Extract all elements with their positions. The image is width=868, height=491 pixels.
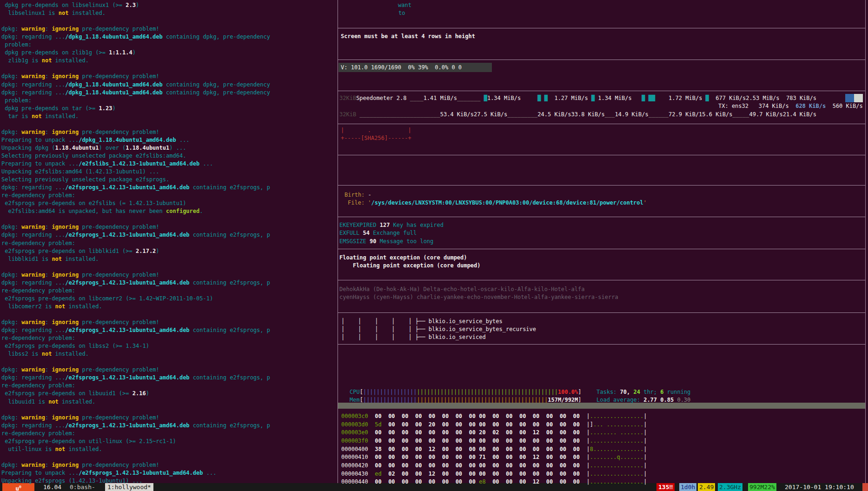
terminal-line: libblkid1 is not installed. bbox=[1, 255, 99, 263]
terminal-line: re-dependency problem: bbox=[1, 430, 75, 438]
terminal-line: CPU[||||||||||||||||||||||||||||||||||||… bbox=[350, 388, 582, 396]
terminal-line: dpkg: warning: ignoring pre-dependency p… bbox=[1, 25, 159, 33]
terminal-line: re-dependency problem: bbox=[1, 334, 75, 342]
terminal-line: dpkg: warning: ignoring pre-dependency p… bbox=[1, 461, 159, 469]
terminal-line: dpkg: warning: ignoring pre-dependency p… bbox=[1, 128, 159, 136]
terminal-line: File: '/sys/devices/LNXSYSTM:00/LNXSYBUS… bbox=[348, 199, 647, 207]
terminal-line: TX: ens32 374 KiB/s 628 KiB/s 560 KiB/s bbox=[718, 102, 863, 110]
terminal-line: Unpacking e2fslibs:amd64 (1.42.13-1ubunt… bbox=[1, 168, 159, 176]
pane-border-horizontal[interactable] bbox=[338, 185, 865, 186]
terminal-line: cyenHayss (cyen-Hayss) charlie-yankee-ec… bbox=[339, 293, 618, 301]
terminal-line: +-----[SHA256]------+ bbox=[341, 134, 411, 142]
pane-border-horizontal[interactable] bbox=[338, 28, 865, 28]
pane-border-horizontal[interactable] bbox=[338, 91, 865, 91]
uptime-badge: 1d0h bbox=[679, 483, 696, 491]
terminal-line: Unpacking e2fsprogs (1.42.13-1ubuntu1) .… bbox=[1, 477, 142, 485]
terminal-line: zlib1g is not installed. bbox=[1, 57, 89, 65]
terminal-line: EKEYEXPIRED 127 Key has expired bbox=[339, 221, 444, 229]
terminal-line: libselinux1 is not installed. bbox=[1, 9, 106, 17]
pane-border-horizontal[interactable] bbox=[338, 280, 865, 280]
terminal-line: re-dependency problem: bbox=[1, 287, 75, 295]
terminal-line: dpkg: regarding .../e2fsprogs_1.42.13-1u… bbox=[1, 231, 270, 239]
terminal-line: │ │ │ │ │ ├── blkio.io_service_bytes bbox=[341, 318, 503, 325]
terminal-line: dpkg: regarding .../e2fsprogs_1.42.13-1u… bbox=[1, 326, 270, 334]
terminal-line: e2fsprogs pre-depends on libss2 (>= 1.34… bbox=[1, 342, 149, 350]
tx-graph-block-light bbox=[854, 94, 863, 102]
terminal-line: 32KiBSpeedometer 2.8 ____1.41 MiB/s_____… bbox=[339, 94, 816, 102]
clock-label: 2017-10-01 19:10:10 bbox=[785, 483, 854, 491]
terminal-screen: u® 16.04 0:bash- 1:hollywood* 135‼ 1d0h … bbox=[0, 0, 868, 491]
terminal-line: re-dependency problem: bbox=[1, 239, 75, 247]
terminal-line: dpkg: regarding .../dpkg_1.18.4ubuntu1_a… bbox=[1, 33, 270, 41]
cpu-frequency-badge: 2.3GHz bbox=[718, 483, 742, 491]
terminal-line: tar is not installed. bbox=[1, 113, 79, 120]
terminal-line: 32KiB ________________________53.4 KiB/s… bbox=[339, 111, 816, 119]
load-average-badge: 2.49 bbox=[698, 483, 715, 491]
terminal-line: 00000400 38 00 00 00 12 00 00 00 00 00 0… bbox=[341, 445, 647, 453]
terminal-line: EXFULL 54 Exchange full bbox=[339, 229, 417, 237]
terminal-line: e2fsprogs pre-depends on libblkid1 (>= 2… bbox=[1, 247, 159, 255]
pane-border-vertical[interactable] bbox=[338, 0, 338, 483]
terminal-line: dpkg: regarding .../e2fsprogs_1.42.13-1u… bbox=[1, 184, 270, 192]
pane-border-horizontal[interactable] bbox=[338, 155, 865, 155]
terminal-line: dpkg: regarding .../e2fsprogs_1.42.13-1u… bbox=[1, 279, 270, 287]
terminal-line: 00000420 00 00 00 00 00 00 00 00 00 00 0… bbox=[341, 462, 647, 470]
terminal-line: 00000440 00 00 00 00 00 00 00 00 e8 00 0… bbox=[341, 478, 647, 486]
terminal-line: dpkg: regarding .../e2fsprogs_1.42.13-1u… bbox=[1, 422, 270, 430]
terminal-line: Load average: 2.77 0.85 0.30 bbox=[596, 396, 690, 404]
terminal-line: e2fsprogs pre-depends on libuuid1 (>= 2.… bbox=[1, 390, 149, 398]
terminal-line: 00000430 ed 02 00 00 12 00 00 00 00 00 0… bbox=[341, 470, 647, 478]
terminal-line: Unpacking dpkg (1.18.4ubuntu1) over (1.1… bbox=[1, 144, 186, 152]
terminal-line: Preparing to unpack .../e2fslibs_1.42.13… bbox=[1, 160, 213, 168]
terminal-line: e2fsprogs pre-depends on util-linux (>= … bbox=[1, 438, 176, 445]
pane-border-horizontal[interactable] bbox=[338, 60, 865, 60]
terminal-line: EMSGSIZE 90 Message too long bbox=[339, 238, 433, 246]
terminal-line: Birth: - bbox=[345, 191, 371, 199]
terminal-line: dpkg: warning: ignoring pre-dependency p… bbox=[1, 73, 159, 80]
terminal-line: e2fsprogs pre-depends on libcomerr2 (>= … bbox=[1, 295, 213, 303]
terminal-line: dpkg pre-depends on tar (>= 1.23) bbox=[1, 105, 116, 113]
pane-border-horizontal[interactable] bbox=[338, 344, 865, 345]
updates-available-badge: 135‼ bbox=[656, 483, 675, 491]
terminal-line: dpkg: warning: ignoring pre-dependency p… bbox=[1, 271, 159, 279]
terminal-line: 000003f0 00 00 00 00 00 00 00 00 00 00 0… bbox=[341, 437, 647, 445]
terminal-line: Floating point exception (core dumped) bbox=[353, 262, 481, 270]
terminal-line: │ │ │ │ │ ├── blkio.io_serviced bbox=[341, 333, 486, 341]
memory-usage-badge: 992M22% bbox=[748, 483, 776, 491]
terminal-line: dpkg: regarding .../dpkg_1.18.4ubuntu1_a… bbox=[1, 89, 270, 97]
tx-graph-block-blue bbox=[845, 94, 854, 102]
pane-border-horizontal[interactable] bbox=[338, 124, 865, 124]
terminal-line: Preparing to unpack .../dpkg_1.18.4ubunt… bbox=[1, 136, 190, 144]
pane-border-horizontal[interactable] bbox=[338, 249, 865, 249]
terminal-line: 000003c0 00 00 00 00 00 00 00 00 00 00 0… bbox=[341, 412, 647, 420]
terminal-line: re-dependency problem: bbox=[1, 192, 75, 199]
terminal-line: Floating point exception (core dumped) bbox=[339, 254, 467, 262]
pane-border-horizontal[interactable] bbox=[338, 217, 865, 217]
terminal-line: dpkg: regarding .../dpkg_1.18.4ubuntu1_a… bbox=[1, 81, 270, 89]
terminal-line: problem: bbox=[1, 41, 32, 49]
terminal-line: 000003e0 00 00 00 00 00 00 00 00 20 02 0… bbox=[341, 429, 647, 437]
terminal-right-border bbox=[865, 0, 866, 483]
terminal-line: dpkg pre-depends on libselinux1 (>= 2.3) bbox=[1, 1, 139, 9]
terminal-line: dpkg: warning: ignoring pre-dependency p… bbox=[1, 318, 159, 326]
terminal-line: DehokAkHa (De-hok-Ak-Ha) Delta-echo-hote… bbox=[339, 285, 584, 293]
terminal-line: libss2 is not installed. bbox=[1, 350, 89, 358]
terminal-line: dpkg: warning: ignoring pre-dependency p… bbox=[1, 366, 159, 374]
terminal-line: to bbox=[398, 9, 405, 17]
terminal-line: e2fsprogs pre-depends on e2fslibs (= 1.4… bbox=[1, 199, 186, 207]
terminal-line: dpkg: warning: ignoring pre-dependency p… bbox=[1, 223, 159, 231]
terminal-line: want bbox=[398, 1, 411, 9]
terminal-line: V: 101.0 1690/1690 0% 39% 0.0% 0 0 bbox=[341, 64, 462, 72]
terminal-line: Selecting previously unselected package … bbox=[1, 152, 186, 160]
terminal-line: Mem[||||||||||||||||||||||||||||||||||||… bbox=[350, 396, 582, 404]
terminal-line: problem: bbox=[1, 97, 32, 105]
terminal-line: Preparing to unpack .../e2fsprogs_1.42.1… bbox=[1, 469, 216, 477]
pane-border-horizontal[interactable] bbox=[338, 312, 865, 313]
terminal-line: Screen must be at least 4 rows in height bbox=[341, 33, 475, 40]
terminal-line: libcomerr2 is not installed. bbox=[1, 303, 102, 311]
terminal-line: re-dependency problem: bbox=[1, 382, 75, 390]
terminal-line: Selecting previously unselected package … bbox=[1, 176, 169, 184]
terminal-line: libuuid1 is not installed. bbox=[1, 398, 95, 406]
terminal-line: dpkg: warning: ignoring pre-dependency p… bbox=[1, 414, 159, 422]
terminal-line: dpkg pre-depends on zlib1g (>= 1:1.1.4) bbox=[1, 49, 136, 57]
